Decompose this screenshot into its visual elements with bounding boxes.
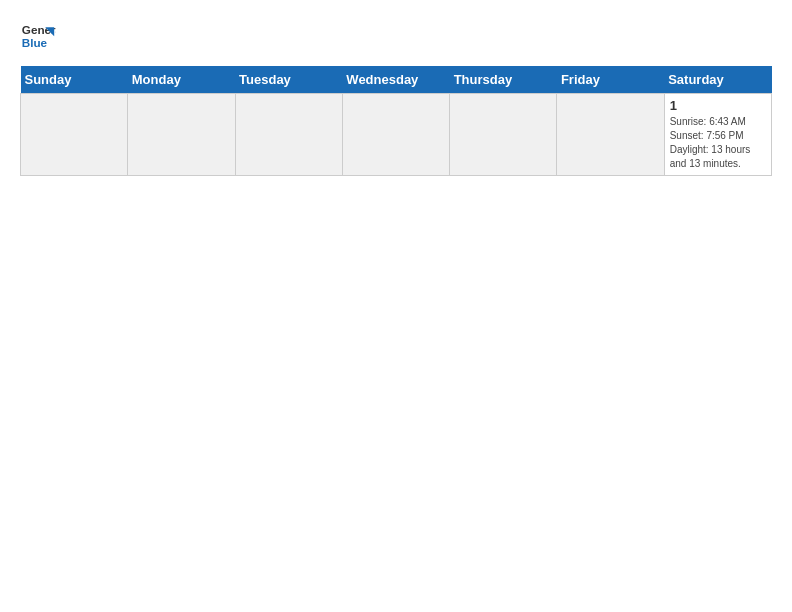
page-header: General Blue [20, 20, 772, 56]
day-detail: Sunrise: 6:43 AMSunset: 7:56 PMDaylight:… [670, 116, 751, 169]
calendar-day: 1 Sunrise: 6:43 AMSunset: 7:56 PMDayligh… [664, 94, 771, 176]
empty-cell [21, 94, 128, 176]
empty-cell [128, 94, 235, 176]
svg-text:Blue: Blue [22, 36, 48, 49]
day-of-week-header: Monday [128, 66, 235, 94]
logo-icon: General Blue [20, 20, 56, 56]
logo: General Blue [20, 20, 56, 56]
day-number: 1 [670, 98, 766, 113]
day-of-week-header: Thursday [450, 66, 557, 94]
day-of-week-header: Saturday [664, 66, 771, 94]
empty-cell [450, 94, 557, 176]
day-of-week-header: Tuesday [235, 66, 342, 94]
empty-cell [557, 94, 664, 176]
calendar-header-row: SundayMondayTuesdayWednesdayThursdayFrid… [21, 66, 772, 94]
empty-cell [235, 94, 342, 176]
day-of-week-header: Sunday [21, 66, 128, 94]
calendar-table: SundayMondayTuesdayWednesdayThursdayFrid… [20, 66, 772, 176]
empty-cell [342, 94, 449, 176]
calendar-week: 1 Sunrise: 6:43 AMSunset: 7:56 PMDayligh… [21, 94, 772, 176]
day-of-week-header: Wednesday [342, 66, 449, 94]
day-of-week-header: Friday [557, 66, 664, 94]
